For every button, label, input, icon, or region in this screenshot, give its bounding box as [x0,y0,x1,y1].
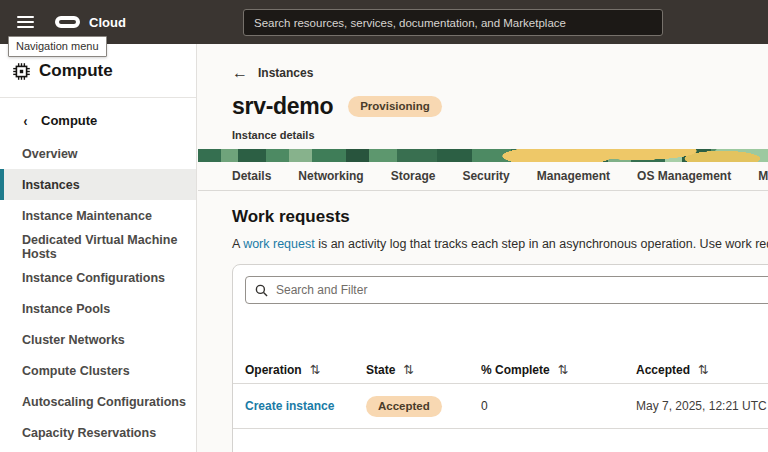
tab-os-management[interactable]: OS Management [637,169,731,183]
chevron-left-icon: ‹ [24,113,28,128]
navigation-menu-tooltip: Navigation menu [8,36,107,57]
tab-monitoring[interactable]: Monitoring [758,169,768,183]
sidebar-back-link[interactable]: ‹ Compute [0,98,196,138]
top-header: Cloud [0,0,768,44]
description-suffix: is an activity log that tracks each step… [315,237,768,251]
description-prefix: A [232,237,243,251]
sidebar-item-cluster-networks[interactable]: Cluster Networks [0,324,196,355]
table-header-row: Operation ⇅ State ⇅ % Complete ⇅ Accepte… [233,356,768,384]
brand-label: Cloud [89,15,126,30]
sidebar-item-instance-pools[interactable]: Instance Pools [0,293,196,324]
tab-storage[interactable]: Storage [391,169,436,183]
sidebar: Compute ‹ Compute Overview Instances Ins… [0,44,197,452]
breadcrumb-back-link[interactable]: ← Instances [232,65,313,81]
sidebar-nav: Overview Instances Instance Maintenance … [0,138,196,448]
sidebar-item-autoscaling-configurations[interactable]: Autoscaling Configurations [0,386,196,417]
work-requests-card: Operation ⇅ State ⇅ % Complete ⇅ Accepte… [232,264,768,452]
column-header-accepted: Accepted [636,363,690,377]
status-badge: Provisioning [348,96,442,117]
column-header-percent-complete: % Complete [481,363,550,377]
column-header-state: State [366,363,395,377]
sort-icon[interactable]: ⇅ [698,362,708,377]
section-heading: Work requests [232,207,768,227]
sidebar-item-instances[interactable]: Instances [0,169,196,200]
global-search [243,9,663,36]
compute-chip-icon [13,63,30,80]
page-title: srv-demo [232,93,333,120]
accepted-timestamp: May 7, 2025, 12:21 UTC [636,399,767,413]
sort-icon[interactable]: ⇅ [558,362,568,377]
sidebar-item-overview[interactable]: Overview [0,138,196,169]
detail-tabs: Details Networking Storage Security Mana… [198,162,768,191]
filter-box [245,276,768,304]
breadcrumb-label: Instances [258,66,313,80]
table-row: Create instance Accepted 0 May 7, 2025, … [233,384,768,429]
work-requests-section: Work requests A work request is an activ… [198,207,768,452]
sidebar-back-label: Compute [41,113,97,128]
column-header-operation: Operation [245,363,302,377]
sort-icon[interactable]: ⇅ [403,362,413,377]
filter-input[interactable] [276,283,768,297]
oracle-cloud-logo[interactable]: Cloud [55,15,126,30]
operation-link[interactable]: Create instance [245,399,334,413]
sidebar-item-instance-maintenance[interactable]: Instance Maintenance [0,200,196,231]
main-content: ← Instances srv-demo Provisioning Instan… [198,44,768,452]
percent-complete-value: 0 [481,399,488,413]
instance-header: ← Instances srv-demo Provisioning Instan… [198,44,768,141]
sidebar-item-instance-configurations[interactable]: Instance Configurations [0,262,196,293]
state-badge: Accepted [366,396,442,417]
sidebar-item-compute-clusters[interactable]: Compute Clusters [0,355,196,386]
tab-management[interactable]: Management [537,169,610,183]
search-icon [255,284,268,297]
decorative-banner-image [198,149,768,162]
section-description: A work request is an activity log that t… [232,237,768,251]
back-arrow-icon: ← [232,65,248,81]
sidebar-item-dedicated-vm-hosts[interactable]: Dedicated Virtual Machine Hosts [0,231,196,262]
sidebar-item-capacity-reservations[interactable]: Capacity Reservations [0,417,196,448]
global-search-input[interactable] [244,17,662,29]
tab-networking[interactable]: Networking [298,169,363,183]
oracle-logo-icon [55,16,80,28]
work-request-link[interactable]: work request [243,237,315,251]
sidebar-title-label: Compute [39,61,113,81]
sort-icon[interactable]: ⇅ [310,362,320,377]
page-subtitle: Instance details [232,129,768,141]
tab-security[interactable]: Security [462,169,509,183]
hamburger-menu-icon[interactable] [17,16,34,28]
tab-details[interactable]: Details [232,169,271,183]
